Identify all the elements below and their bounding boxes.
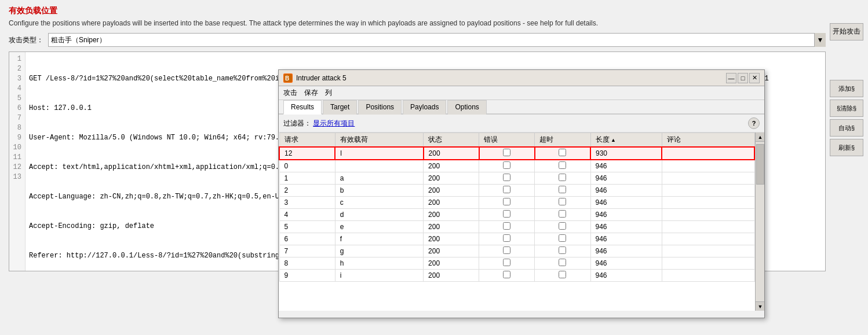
error-checkbox[interactable] <box>503 210 510 218</box>
error-checkbox[interactable] <box>503 259 510 266</box>
cell-comment <box>662 209 754 221</box>
clear-section-button[interactable]: §清除§ <box>830 100 863 117</box>
col-timeout[interactable]: 超时 <box>535 133 590 148</box>
popup-close-button[interactable]: ✕ <box>749 73 760 83</box>
timeout-checkbox[interactable] <box>559 271 566 278</box>
cell-error <box>479 270 535 282</box>
popup-titlebar: B Intruder attack 5 — □ ✕ <box>279 70 764 86</box>
error-checkbox[interactable] <box>503 174 510 181</box>
cell-length: 946 <box>590 197 662 209</box>
attack-type-select[interactable]: 粗击手（Sniper） <box>48 33 826 47</box>
right-sidebar: 开始攻击 添加§ §清除§ 自动§ 刷新§ <box>830 23 863 156</box>
cell-length: 946 <box>590 209 662 221</box>
table-row[interactable]: 3 c 200 946 <box>279 197 754 209</box>
popup-controls: — □ ✕ <box>726 73 760 83</box>
timeout-checkbox[interactable] <box>559 198 566 205</box>
popup-minimize-button[interactable]: — <box>726 73 736 83</box>
table-row[interactable]: 9 i 200 946 <box>279 270 754 282</box>
cell-error <box>479 209 535 221</box>
timeout-checkbox[interactable] <box>559 186 566 193</box>
timeout-checkbox[interactable] <box>559 234 566 242</box>
table-row[interactable]: 2 b 200 946 <box>279 185 754 197</box>
cell-payload: c <box>335 197 423 209</box>
scroll-down-button[interactable]: ▼ <box>756 301 764 311</box>
error-checkbox[interactable] <box>503 186 510 193</box>
add-section-button[interactable]: 添加§ <box>830 80 863 97</box>
timeout-checkbox[interactable] <box>559 174 566 181</box>
timeout-checkbox[interactable] <box>559 161 566 169</box>
cell-comment <box>662 160 754 172</box>
menu-save[interactable]: 保存 <box>304 88 318 98</box>
table-row[interactable]: 6 f 200 946 <box>279 233 754 245</box>
col-status[interactable]: 状态 <box>424 133 479 148</box>
popup-tabs: Results Target Positions Payloads Option… <box>279 100 764 115</box>
menu-attack[interactable]: 攻击 <box>283 88 297 98</box>
table-row[interactable]: 7 g 200 946 <box>279 245 754 257</box>
popup-menubar: 攻击 保存 列 <box>279 86 764 100</box>
timeout-checkbox[interactable] <box>559 149 566 156</box>
tab-results[interactable]: Results <box>283 100 322 115</box>
table-row[interactable]: 8 h 200 946 <box>279 257 754 270</box>
filter-prefix: 过滤器： <box>283 119 311 127</box>
col-payload[interactable]: 有效载荷 <box>335 133 423 148</box>
table-scrollbar[interactable]: ▲ ▼ <box>755 132 764 311</box>
filter-label: 过滤器： 显示所有项目 <box>283 119 355 128</box>
col-length[interactable]: 长度 <box>590 133 662 148</box>
scroll-thumb[interactable] <box>756 144 764 185</box>
cell-request: 2 <box>279 185 335 197</box>
col-error[interactable]: 错误 <box>479 133 535 148</box>
tab-positions[interactable]: Positions <box>358 100 402 115</box>
cell-status: 200 <box>424 270 479 282</box>
timeout-checkbox[interactable] <box>559 210 566 218</box>
table-row[interactable]: 5 e 200 946 <box>279 221 754 233</box>
cell-status: 200 <box>424 160 479 172</box>
error-checkbox[interactable] <box>503 149 510 156</box>
cell-length: 946 <box>590 233 662 245</box>
cell-payload: f <box>335 233 423 245</box>
timeout-checkbox[interactable] <box>559 259 566 266</box>
cell-request: 3 <box>279 197 335 209</box>
cell-request: 12 <box>279 147 335 160</box>
table-row[interactable]: 0 200 946 <box>279 160 754 172</box>
error-checkbox[interactable] <box>503 234 510 242</box>
timeout-checkbox[interactable] <box>559 222 566 230</box>
filter-value: 显示所有项目 <box>313 119 355 127</box>
error-checkbox[interactable] <box>503 198 510 205</box>
tab-target[interactable]: Target <box>323 100 357 115</box>
col-request[interactable]: 请求 <box>279 133 335 148</box>
auto-section-button[interactable]: 自动§ <box>830 119 863 137</box>
table-row[interactable]: 4 d 200 946 <box>279 209 754 221</box>
error-checkbox[interactable] <box>503 271 510 278</box>
cell-comment <box>662 245 754 257</box>
cell-payload: i <box>335 270 423 282</box>
intruder-attack-popup: B Intruder attack 5 — □ ✕ 攻击 保存 列 Result… <box>278 69 765 318</box>
error-checkbox[interactable] <box>503 161 510 169</box>
attack-type-row: 攻击类型： 粗击手（Sniper） ▼ <box>9 33 826 47</box>
scroll-up-button[interactable]: ▲ <box>756 132 764 142</box>
popup-restore-button[interactable]: □ <box>738 73 748 83</box>
error-checkbox[interactable] <box>503 222 510 230</box>
cell-payload: b <box>335 185 423 197</box>
cell-status: 200 <box>424 185 479 197</box>
start-attack-button[interactable]: 开始攻击 <box>830 23 863 41</box>
cell-timeout <box>535 209 590 221</box>
timeout-checkbox[interactable] <box>559 246 566 254</box>
menu-columns[interactable]: 列 <box>325 88 332 98</box>
cell-comment <box>662 197 754 209</box>
cell-payload: h <box>335 257 423 270</box>
cell-payload: g <box>335 245 423 257</box>
col-comment[interactable]: 评论 <box>662 133 754 148</box>
cell-request: 1 <box>279 172 335 185</box>
cell-length: 946 <box>590 221 662 233</box>
table-row[interactable]: 1 a 200 946 <box>279 172 754 185</box>
tab-options[interactable]: Options <box>447 100 486 115</box>
refresh-section-button[interactable]: 刷新§ <box>830 139 863 156</box>
table-row[interactable]: 12 l 200 930 <box>279 147 754 160</box>
help-button[interactable]: ? <box>748 117 760 129</box>
cell-error <box>479 245 535 257</box>
error-checkbox[interactable] <box>503 246 510 254</box>
cell-timeout <box>535 270 590 282</box>
results-table-container[interactable]: 请求 有效载荷 状态 错误 超时 长度 评论 12 l 200 930 0 20… <box>279 132 764 311</box>
cell-error <box>479 197 535 209</box>
tab-payloads[interactable]: Payloads <box>403 100 446 115</box>
